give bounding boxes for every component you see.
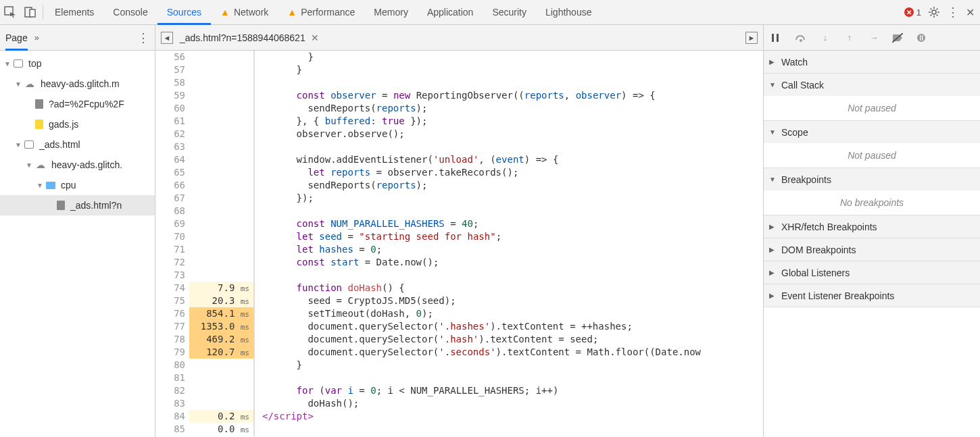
settings-gear-icon[interactable]: [928, 6, 940, 18]
svg-rect-5: [777, 34, 779, 42]
tree-item[interactable]: ▼top: [0, 53, 155, 74]
panel-tab-lighthouse[interactable]: Lighthouse: [536, 0, 602, 25]
editor-tab[interactable]: _ads.html?n=1588944068621 ✕: [180, 32, 319, 43]
deactivate-breakpoints-icon[interactable]: [892, 33, 904, 43]
perf-timing: [189, 76, 254, 89]
code-line[interactable]: 70 let seed = "starting seed for hash";: [155, 230, 763, 243]
code-line[interactable]: 59 const observer = new ReportingObserve…: [155, 89, 763, 102]
code-line[interactable]: 76854.1 ms setTimeout(doHash, 0);: [155, 307, 763, 320]
pause-on-exceptions-icon[interactable]: [916, 33, 929, 43]
code-line[interactable]: 66 sendReports(reports);: [155, 179, 763, 192]
code-text: document.querySelector('.seconds').textC…: [254, 346, 701, 359]
code-line[interactable]: 771353.0 ms document.querySelector('.has…: [155, 320, 763, 333]
code-line[interactable]: 747.9 ms function doHash() {: [155, 282, 763, 294]
code-line[interactable]: 61 }, { buffered: true });: [155, 115, 763, 128]
nav-forward-icon[interactable]: ►: [745, 32, 758, 44]
navigator-tab-page[interactable]: Page: [5, 25, 28, 51]
code-line[interactable]: 60 sendReports(reports);: [155, 102, 763, 115]
debug-section-title: Call Stack: [781, 80, 824, 91]
code-line[interactable]: 57 }: [155, 63, 763, 76]
debug-section-header[interactable]: ▶Watch: [764, 51, 980, 73]
svg-point-3: [932, 10, 936, 14]
code-line[interactable]: 65 let reports = observer.takeRecords();: [155, 166, 763, 179]
tree-item[interactable]: gads.js: [0, 114, 155, 134]
tree-item-label: heavy-ads.glitch.: [51, 159, 122, 170]
tree-item[interactable]: ▼_ads.html: [0, 134, 155, 155]
pause-icon[interactable]: [770, 33, 783, 43]
code-line[interactable]: 7520.3 ms seed = CryptoJS.MD5(seed);: [155, 294, 763, 307]
inspect-element-icon[interactable]: [0, 6, 20, 18]
code-line[interactable]: 63: [155, 140, 763, 153]
perf-timing: 120.7 ms: [189, 346, 254, 359]
debug-section-header[interactable]: ▼Breakpoints: [764, 168, 980, 190]
code-line[interactable]: 58: [155, 76, 763, 89]
code-line[interactable]: 68: [155, 205, 763, 217]
code-line[interactable]: 72 const start = Date.now();: [155, 256, 763, 269]
tree-item[interactable]: ▼cpu: [0, 175, 155, 195]
code-line[interactable]: 81: [155, 371, 763, 384]
debug-section-header[interactable]: ▶Global Listeners: [764, 261, 980, 284]
code-line[interactable]: 56 }: [155, 51, 763, 63]
code-line[interactable]: 80 }: [155, 359, 763, 371]
panel-tab-performance[interactable]: ▲Performance: [278, 0, 364, 25]
code-text: window.addEventListener('unload', (event…: [254, 153, 558, 166]
perf-timing: 7.9 ms: [189, 282, 254, 294]
code-line[interactable]: 78469.2 ms document.querySelector('.hash…: [155, 333, 763, 346]
device-toolbar-icon[interactable]: [20, 6, 41, 18]
tree-item[interactable]: ▼☁heavy-ads.glitch.: [0, 155, 155, 175]
code-text: [254, 205, 262, 217]
step-out-icon[interactable]: ↑: [843, 32, 856, 43]
step-icon[interactable]: →: [868, 32, 880, 43]
code-line[interactable]: 69 const NUM_PARALLEL_HASHERS = 40;: [155, 217, 763, 230]
code-text: }: [254, 359, 302, 371]
panel-tab-memory[interactable]: Memory: [364, 0, 418, 25]
line-number: 59: [155, 89, 189, 102]
panel-tab-sources[interactable]: Sources: [157, 0, 211, 25]
step-into-icon[interactable]: ↓: [819, 32, 831, 43]
code-line[interactable]: 840.2 ms</script>: [155, 410, 763, 423]
line-number: 61: [155, 115, 189, 128]
more-tabs-icon[interactable]: »: [34, 32, 39, 43]
code-line[interactable]: 850.0 ms: [155, 423, 763, 436]
debug-section-header[interactable]: ▶XHR/fetch Breakpoints: [764, 215, 980, 238]
panel-tab-application[interactable]: Application: [418, 0, 483, 25]
close-devtools-icon[interactable]: ✕: [966, 6, 975, 19]
debug-section-title: Watch: [781, 57, 808, 68]
debugger-toolbar: ↓ ↑ →: [764, 25, 980, 51]
panel-tab-label: Application: [427, 7, 474, 18]
error-count-badge[interactable]: ✕ 1: [904, 7, 921, 18]
perf-timing: [189, 153, 254, 166]
step-over-icon[interactable]: [795, 33, 807, 43]
tree-item[interactable]: ?ad=%2Fcpu%2F: [0, 94, 155, 114]
more-options-icon[interactable]: ⋮: [947, 5, 959, 20]
debug-section-body: Not paused: [764, 143, 980, 168]
perf-timing: [189, 243, 254, 256]
tree-item[interactable]: ▼☁heavy-ads.glitch.m: [0, 74, 155, 94]
code-line[interactable]: 73: [155, 269, 763, 282]
code-line[interactable]: 71 let hashes = 0;: [155, 243, 763, 256]
code-line[interactable]: 64 window.addEventListener('unload', (ev…: [155, 153, 763, 166]
debug-section-header[interactable]: ▼Call Stack: [764, 74, 980, 96]
code-line[interactable]: 83 doHash();: [155, 397, 763, 410]
code-viewport[interactable]: 56 }57 }5859 const observer = new Report…: [155, 51, 763, 437]
panel-tab-network[interactable]: ▲Network: [211, 0, 278, 25]
tree-item[interactable]: _ads.html?n: [0, 195, 155, 215]
debug-section-header[interactable]: ▼Scope: [764, 121, 980, 143]
code-line[interactable]: 82 for (var i = 0; i < NUM_PARALLEL_HASH…: [155, 384, 763, 397]
chevron-icon: ▼: [769, 81, 777, 88]
close-tab-icon[interactable]: ✕: [311, 32, 319, 43]
navigator-header: Page » ⋮: [0, 25, 155, 51]
perf-timing: 0.0 ms: [189, 423, 254, 436]
debug-section-header[interactable]: ▶Event Listener Breakpoints: [764, 284, 980, 307]
panel-tab-elements[interactable]: Elements: [45, 0, 103, 25]
panel-tab-console[interactable]: Console: [103, 0, 157, 25]
code-line[interactable]: 79120.7 ms document.querySelector('.seco…: [155, 346, 763, 359]
nav-back-icon[interactable]: ◄: [161, 32, 173, 44]
chevron-icon: ▼: [769, 176, 777, 183]
panel-tab-security[interactable]: Security: [483, 0, 536, 25]
code-line[interactable]: 67 });: [155, 192, 763, 205]
navigator-menu-icon[interactable]: ⋮: [137, 30, 149, 45]
code-line[interactable]: 62 observer.observe();: [155, 128, 763, 140]
debug-section-header[interactable]: ▶DOM Breakpoints: [764, 238, 980, 261]
line-number: 70: [155, 230, 189, 243]
